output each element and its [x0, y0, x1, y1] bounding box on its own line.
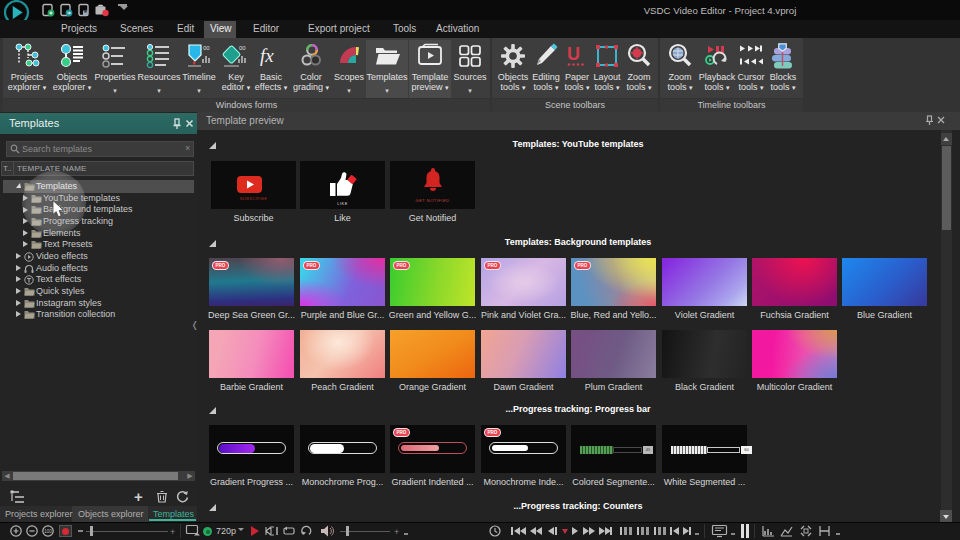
svg-text:fx: fx	[260, 45, 274, 66]
svg-text:00: 00	[239, 45, 246, 51]
svg-text:U: U	[567, 44, 580, 64]
svg-text:100: 100	[44, 529, 52, 534]
svg-text:00: 00	[203, 45, 210, 51]
